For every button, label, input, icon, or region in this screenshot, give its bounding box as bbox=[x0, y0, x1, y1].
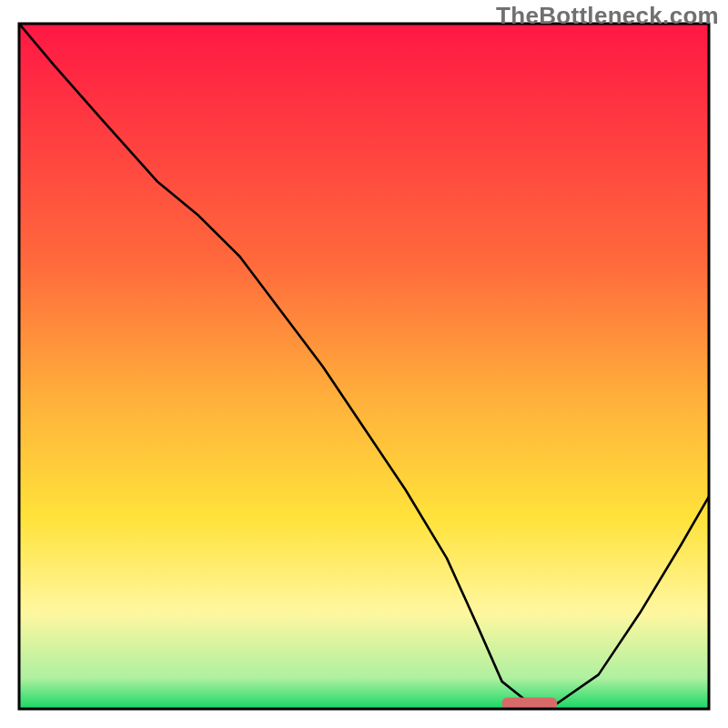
chart-frame: TheBottleneck.com bbox=[0, 0, 728, 728]
plot-background bbox=[19, 24, 709, 709]
bottleneck-chart bbox=[0, 0, 728, 728]
watermark-label: TheBottleneck.com bbox=[496, 2, 719, 30]
